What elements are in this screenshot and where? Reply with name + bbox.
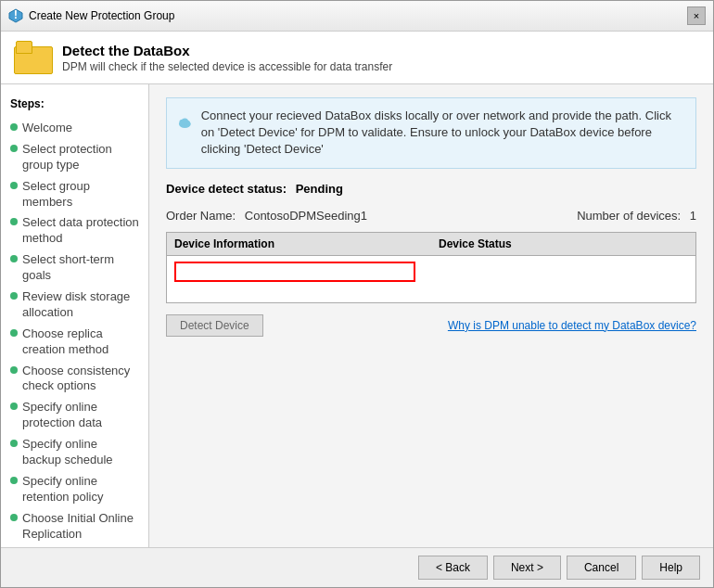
sidebar-label: Choose replica creation method <box>22 326 139 358</box>
sidebar-item-disk-allocation[interactable]: Review disk storage allocation <box>1 287 148 324</box>
dot-icon <box>10 218 18 225</box>
dot-icon <box>10 329 18 337</box>
dialog-title: Create New Protection Group <box>29 9 682 22</box>
sidebar-item-data-protection[interactable]: Select data protection method <box>1 212 148 249</box>
devices-value: 1 <box>690 209 696 223</box>
sidebar-label: Welcome <box>22 121 72 136</box>
dot-icon <box>10 292 18 300</box>
sidebar-label: Specify online retention policy <box>22 474 139 505</box>
detect-device-button[interactable]: Detect Device <box>166 314 263 337</box>
dot-icon <box>10 514 18 521</box>
devices-label: Number of devices: <box>577 209 681 223</box>
title-icon: ! <box>8 8 23 23</box>
dot-icon <box>10 255 18 262</box>
col-device-status: Device Status <box>431 233 695 255</box>
dot-icon <box>10 403 18 410</box>
sidebar-item-short-term[interactable]: Select short-term goals <box>1 249 148 287</box>
info-box: Connect your recieved DataBox disks loca… <box>166 97 696 169</box>
next-button[interactable]: Next > <box>493 556 561 580</box>
dot-icon <box>10 477 18 484</box>
order-info-row: Order Name: ContosoDPMSeeding1 Number of… <box>166 209 696 223</box>
title-bar: ! Create New Protection Group × <box>1 1 713 32</box>
order-label: Order Name: <box>166 209 236 223</box>
sidebar-item-consistency[interactable]: Choose consistency check options <box>1 361 148 398</box>
dialog-window: ! Create New Protection Group × Detect t… <box>0 0 714 588</box>
status-label: Device detect status: <box>166 182 287 196</box>
col-device-info: Device Information <box>167 233 431 255</box>
main-content: Steps: Welcome Select protection group t… <box>1 84 713 547</box>
devices-info: Number of devices: 1 <box>577 209 696 223</box>
sidebar-item-online-protection[interactable]: Specify online protection data <box>1 397 148 434</box>
page-title: Detect the DataBox <box>62 43 392 58</box>
order-info: Order Name: ContosoDPMSeeding1 <box>166 209 367 223</box>
device-table-body <box>167 256 695 302</box>
sidebar-label: Review disk storage allocation <box>22 289 139 321</box>
folder-icon <box>14 41 51 74</box>
back-button[interactable]: < Back <box>418 556 488 580</box>
dot-icon <box>10 366 18 374</box>
cancel-button[interactable]: Cancel <box>567 556 636 580</box>
sidebar-label: Specify online protection data <box>22 400 139 431</box>
status-value: Pending <box>296 182 343 196</box>
header-text: Detect the DataBox DPM will check if the… <box>62 43 392 73</box>
dot-icon <box>10 123 18 131</box>
cloud-info-icon <box>178 108 192 137</box>
header-section: Detect the DataBox DPM will check if the… <box>1 32 713 84</box>
sidebar-item-welcome[interactable]: Welcome <box>1 118 148 139</box>
dot-icon <box>10 182 18 189</box>
sidebar-item-group-type[interactable]: Select protection group type <box>1 139 148 176</box>
sidebar-label: Specify online backup schedule <box>22 437 139 468</box>
help-link[interactable]: Why is DPM unable to detect my DataBox d… <box>448 319 696 332</box>
device-input-row <box>174 262 688 282</box>
sidebar-label: Select short-term goals <box>22 252 139 284</box>
info-text: Connect your recieved DataBox disks loca… <box>201 108 684 159</box>
sidebar-item-initial-replication[interactable]: Choose Initial Online Replication <box>1 508 148 545</box>
footer: < Back Next > Cancel Help <box>1 547 713 587</box>
device-table-header: Device Information Device Status <box>167 233 695 256</box>
sidebar: Steps: Welcome Select protection group t… <box>1 84 149 547</box>
content-area: Connect your recieved DataBox disks loca… <box>149 84 713 547</box>
dot-icon <box>10 145 18 152</box>
svg-text:!: ! <box>14 8 18 21</box>
sidebar-label: Select data protection method <box>22 215 139 247</box>
page-description: DPM will check if the selected device is… <box>62 60 392 73</box>
device-detect-status: Device detect status: Pending <box>166 182 696 196</box>
dot-icon <box>10 440 18 447</box>
sidebar-label: Select protection group type <box>22 142 139 173</box>
sidebar-header: Steps: <box>1 94 148 118</box>
sidebar-label: Choose consistency check options <box>22 364 139 395</box>
svg-point-5 <box>182 118 188 124</box>
sidebar-label: Select group members <box>22 179 139 211</box>
sidebar-item-online-backup[interactable]: Specify online backup schedule <box>1 434 148 471</box>
device-path-input[interactable] <box>174 262 415 282</box>
sidebar-item-group-members[interactable]: Select group members <box>1 176 148 213</box>
sidebar-item-retention[interactable]: Specify online retention policy <box>1 471 148 508</box>
action-row: Detect Device Why is DPM unable to detec… <box>166 314 696 337</box>
sidebar-item-replica[interactable]: Choose replica creation method <box>1 324 148 361</box>
order-value: ContosoDPMSeeding1 <box>245 209 367 223</box>
close-button[interactable]: × <box>687 6 706 25</box>
help-button[interactable]: Help <box>642 556 700 580</box>
device-table: Device Information Device Status <box>166 232 696 303</box>
sidebar-label: Choose Initial Online Replication <box>22 511 139 543</box>
